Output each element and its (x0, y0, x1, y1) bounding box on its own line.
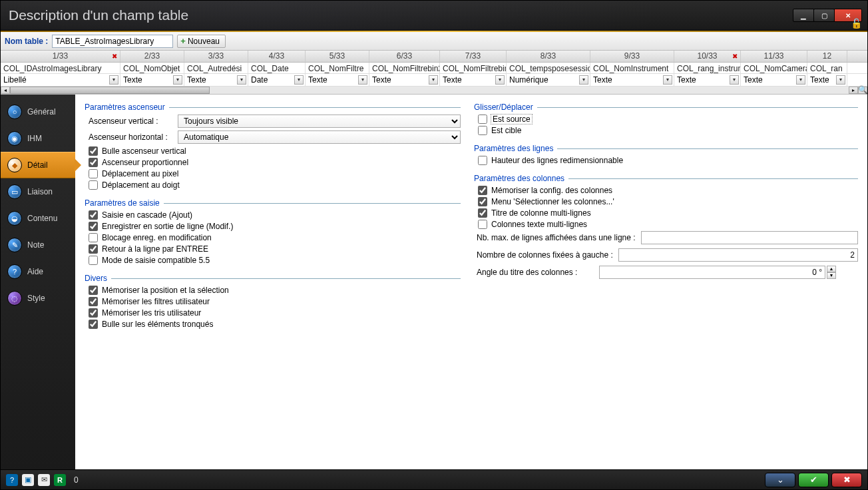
col-delete-icon[interactable]: ✖ (732, 53, 738, 60)
col-type-6[interactable]: Texte▾ (369, 74, 440, 85)
dropdown-icon[interactable]: ▾ (730, 75, 739, 85)
col-head-8[interactable]: COL_tempsposesession (507, 63, 590, 74)
col-head-2[interactable]: COL_NomObjet (120, 63, 184, 74)
columns-hscrollbar[interactable]: ◂ ▸ 🔍 (1, 86, 867, 94)
image-icon[interactable]: ▣ (22, 474, 34, 486)
col-type-3[interactable]: Texte▾ (184, 74, 248, 85)
dropdown-icon[interactable]: ▾ (836, 75, 845, 85)
col-type-10[interactable]: Texte▾ (674, 74, 741, 85)
col-head-10[interactable]: COL_rang_instrum (674, 63, 741, 74)
help-icon[interactable]: ? (6, 474, 18, 486)
sidebar-item-note[interactable]: ✎Note (1, 232, 75, 258)
col-head-4[interactable]: COL_Date (248, 63, 306, 74)
col-type-1[interactable]: Libellé▾ (1, 74, 120, 85)
sidebar-item-contenu[interactable]: ◒Contenu (1, 205, 75, 232)
chk-texte-multilignes[interactable] (478, 220, 487, 229)
mail-icon[interactable]: ✉ (38, 474, 50, 486)
col-type-4[interactable]: Date▾ (248, 74, 306, 85)
col-type-11[interactable]: Texte▾ (741, 74, 807, 85)
dropdown-icon[interactable]: ▾ (109, 75, 118, 85)
dropdown-icon[interactable]: ▾ (237, 75, 246, 85)
col-num-8[interactable]: 8/33 (507, 51, 590, 62)
dropdown-icon[interactable]: ▾ (796, 75, 805, 85)
dropdown-icon[interactable]: ▾ (429, 75, 438, 85)
dropdown-icon[interactable]: ▾ (579, 75, 588, 85)
dropdown-button[interactable]: ⌄ (765, 473, 795, 487)
new-button[interactable]: +Nouveau (177, 35, 226, 48)
chk-bulle-tronques[interactable] (89, 320, 98, 329)
sidebar-item-détail[interactable]: ◆Détail (1, 152, 75, 178)
chk-menu-select-cols[interactable] (478, 197, 487, 206)
col-num-10[interactable]: 10/33✖ (674, 51, 741, 62)
dropdown-icon[interactable]: ▾ (358, 75, 367, 85)
fixed-cols-input[interactable] (618, 248, 858, 262)
col-num-1[interactable]: 1/33✖ (1, 51, 120, 62)
col-head-9[interactable]: COL_NomInstrument (590, 63, 674, 74)
chk-titre-multilignes[interactable] (478, 208, 487, 218)
scroll-thumb[interactable] (10, 87, 210, 94)
chk-bulle-vscroll[interactable] (89, 146, 98, 156)
angle-input[interactable] (599, 266, 825, 279)
chk-enregistrer-sortie[interactable] (89, 222, 98, 231)
minimize-button[interactable]: ▁ (793, 9, 814, 22)
chk-memoriser-tris[interactable] (89, 308, 98, 318)
col-head-11[interactable]: COL_NomCamera (741, 63, 807, 74)
col-delete-icon[interactable]: ✖ (112, 53, 117, 60)
col-type-12[interactable]: Texte▾ (807, 74, 847, 85)
dropdown-icon[interactable]: ▾ (173, 75, 182, 85)
col-type-9[interactable]: Texte▾ (590, 74, 674, 85)
chk-memoriser-pos[interactable] (89, 286, 98, 295)
col-num-3[interactable]: 3/33 (184, 51, 248, 62)
max-lines-input[interactable] (641, 231, 858, 244)
col-num-11[interactable]: 11/33 (741, 51, 807, 62)
angle-down-button[interactable]: ▼ (827, 272, 836, 279)
chk-retour-entree[interactable] (89, 244, 98, 254)
sidebar-item-ihm[interactable]: ◉IHM (1, 125, 75, 152)
chk-memoriser-filtres[interactable] (89, 297, 98, 306)
col-head-1[interactable]: COL_IDAstroImagesLibrary (1, 63, 120, 74)
col-num-5[interactable]: 5/33 (306, 51, 369, 62)
chk-blocage[interactable] (89, 233, 98, 242)
col-num-9[interactable]: 9/33 (590, 51, 674, 62)
col-head-6[interactable]: COL_NomFiltrebin2 (369, 63, 440, 74)
angle-up-button[interactable]: ▲ (827, 266, 836, 272)
scroll-right-button[interactable]: ▸ (849, 87, 858, 94)
chk-proportionnel[interactable] (89, 158, 98, 167)
binoculars-icon[interactable]: 🔍 (858, 87, 867, 94)
lock-icon[interactable]: 🔓 (851, 18, 862, 29)
col-head-12[interactable]: COL_ran (807, 63, 847, 74)
col-num-12[interactable]: 12 (807, 51, 847, 62)
col-head-7[interactable]: COL_NomFiltrebin3 (440, 63, 507, 74)
sidebar-item-aide[interactable]: ?Aide (1, 258, 75, 285)
chk-est-source[interactable] (478, 115, 487, 124)
chk-memoriser-config[interactable] (478, 186, 487, 195)
ok-button[interactable]: ✔ (798, 473, 829, 487)
chk-deplacement-doigt[interactable] (89, 180, 98, 190)
dropdown-icon[interactable]: ▾ (495, 75, 505, 85)
col-num-4[interactable]: 4/33 (248, 51, 306, 62)
chk-est-cible[interactable] (478, 126, 487, 135)
hscroll-select[interactable]: Automatique (178, 130, 461, 144)
cancel-button[interactable]: ✖ (831, 473, 862, 487)
sidebar-item-style[interactable]: ◌Style (1, 285, 75, 312)
table-name-input[interactable] (52, 35, 173, 48)
col-num-7[interactable]: 7/33 (440, 51, 507, 62)
col-type-8[interactable]: Numérique▾ (507, 74, 590, 85)
col-num-6[interactable]: 6/33 (369, 51, 440, 62)
col-head-5[interactable]: COL_NomFiltre (306, 63, 369, 74)
dropdown-icon[interactable]: ▾ (663, 75, 672, 85)
chk-cascade[interactable] (89, 210, 98, 220)
sidebar-item-général[interactable]: ○Général (1, 99, 75, 125)
chk-deplacement-pixel[interactable] (89, 169, 98, 178)
col-head-3[interactable]: COL_Autredési (184, 63, 248, 74)
col-num-2[interactable]: 2/33 (120, 51, 184, 62)
col-type-5[interactable]: Texte▾ (306, 74, 369, 85)
chk-compat55[interactable] (89, 256, 98, 265)
scroll-left-button[interactable]: ◂ (1, 87, 10, 94)
col-type-7[interactable]: Texte▾ (440, 74, 507, 85)
sidebar-item-liaison[interactable]: ▭Liaison (1, 178, 75, 205)
col-type-2[interactable]: Texte▾ (120, 74, 184, 85)
chk-hauteur-redim[interactable] (478, 156, 487, 165)
r-icon[interactable]: R (54, 474, 66, 486)
vscroll-select[interactable]: Toujours visible (178, 115, 461, 128)
